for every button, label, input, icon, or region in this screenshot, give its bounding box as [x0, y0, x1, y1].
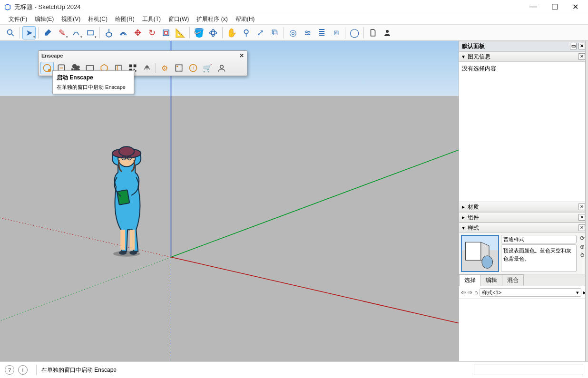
- svg-rect-4: [165, 31, 167, 34]
- svg-point-7: [386, 30, 389, 33]
- style-thumbnail[interactable]: [461, 235, 499, 272]
- menu-view[interactable]: 视图(V): [58, 14, 84, 24]
- measurement-field[interactable]: [474, 365, 583, 375]
- svg-rect-9: [0, 96, 459, 361]
- layers-tool[interactable]: ≋: [301, 26, 314, 39]
- tab-mix[interactable]: 混合: [502, 274, 524, 286]
- menu-window[interactable]: 窗口(W): [165, 14, 193, 24]
- style-selector[interactable]: 样式<1> ▾: [480, 288, 581, 297]
- svg-point-41: [482, 256, 493, 269]
- viewport-3d[interactable]: Enscape ✕ 🎥 ⚙ i 🛒 启动 Ensca: [0, 41, 459, 361]
- menu-tools[interactable]: 工具(T): [138, 14, 165, 24]
- style-list[interactable]: [459, 299, 588, 361]
- pan-tool[interactable]: ✋: [225, 26, 238, 39]
- main-toolbar: ➤▾ ✎▾ ▾ ▾ ✥ ↻ 📐 🪣 ✋ ⚲ ⤢ ⧉ ◎ ≋ ≣ ⧆ ◯: [0, 25, 588, 41]
- chevron-down-icon: ▾: [462, 224, 468, 231]
- pushpull-tool[interactable]: [102, 26, 116, 39]
- enscape-close-icon[interactable]: ✕: [239, 52, 244, 59]
- tab-edit[interactable]: 编辑: [480, 274, 502, 286]
- menu-file[interactable]: 文件(F): [5, 14, 31, 24]
- svg-point-0: [7, 29, 12, 34]
- enscape-settings-icon[interactable]: ⚙: [158, 62, 171, 74]
- style-refresh-icon[interactable]: ⥁: [580, 252, 584, 259]
- style-update-icon[interactable]: ⟳: [580, 235, 585, 242]
- style-nav-forward-icon[interactable]: ⇨: [468, 289, 472, 296]
- panel-entity-close-icon[interactable]: ✕: [578, 53, 585, 60]
- status-help-icon[interactable]: ?: [5, 365, 14, 375]
- tape-measure-tool[interactable]: 📐: [174, 26, 187, 39]
- panel-style-header[interactable]: ▾ 样式 ✕: [459, 223, 588, 233]
- rotate-tool[interactable]: ↻: [145, 26, 158, 39]
- panel-pin-icon[interactable]: ▭: [570, 43, 577, 49]
- panel-resize-handle[interactable]: [585, 41, 588, 361]
- rectangle-tool[interactable]: ▾: [84, 26, 97, 39]
- menu-extensions[interactable]: 扩展程序 (x): [193, 14, 231, 24]
- enscape-start-button[interactable]: [40, 62, 54, 74]
- title-bar: 无标题 - SketchUp 2024 — ☐ ✕: [0, 0, 588, 14]
- enscape-upload-icon[interactable]: [140, 62, 154, 74]
- style-home-icon[interactable]: ⌂: [474, 289, 478, 296]
- offset-tool[interactable]: [117, 26, 130, 39]
- svg-point-6: [212, 29, 215, 36]
- menu-edit[interactable]: 编辑(E): [31, 14, 58, 24]
- user-icon[interactable]: [381, 26, 394, 39]
- panel-style-close-icon[interactable]: ✕: [578, 224, 585, 231]
- svg-point-35: [176, 66, 178, 67]
- panel-close-icon[interactable]: ✕: [578, 43, 585, 49]
- style-nav-back-icon[interactable]: ⇦: [461, 289, 466, 296]
- panel-material-close-icon[interactable]: ✕: [578, 204, 585, 210]
- close-button[interactable]: ✕: [572, 2, 578, 11]
- tab-select[interactable]: 选择: [459, 274, 481, 286]
- svg-rect-32: [134, 69, 135, 70]
- eraser-tool[interactable]: [41, 26, 54, 39]
- side-panel: 默认面板 ▭ ✕ ▾ 图元信息 ✕ 没有选择内容 ▸ 材质 ✕ ▸ 组件 ✕ ▾…: [459, 41, 588, 361]
- tooltip-body: 在单独的窗口中启动 Enscape: [57, 84, 130, 91]
- section-tool[interactable]: ◎: [286, 26, 300, 39]
- panel-component-close-icon[interactable]: ✕: [578, 214, 585, 221]
- panel-entity-header[interactable]: ▾ 图元信息 ✕: [459, 51, 588, 62]
- style-new-icon[interactable]: ⊕: [580, 243, 585, 250]
- paint-bucket-tool[interactable]: 🪣: [192, 26, 206, 39]
- move-tool[interactable]: ✥: [131, 26, 144, 39]
- svg-rect-30: [134, 65, 137, 68]
- outliner-tool[interactable]: ≣: [315, 26, 328, 39]
- menu-help[interactable]: 帮助(H): [232, 14, 259, 24]
- search-icon[interactable]: [4, 26, 17, 39]
- menu-bar: 文件(F) 编辑(E) 视图(V) 相机(C) 绘图(R) 工具(T) 窗口(W…: [0, 14, 588, 25]
- select-tool[interactable]: ➤▾: [22, 26, 36, 39]
- panel-material-header[interactable]: ▸ 材质 ✕: [459, 202, 588, 212]
- svg-rect-28: [87, 66, 94, 70]
- profile-tool[interactable]: ◯: [348, 26, 361, 39]
- scale-tool[interactable]: [159, 26, 173, 39]
- style-name-field[interactable]: 普通样式: [501, 235, 577, 243]
- panel-component-header[interactable]: ▸ 组件 ✕: [459, 212, 588, 223]
- enscape-about-icon[interactable]: i: [186, 62, 200, 74]
- enscape-toolbar-title: Enscape: [41, 53, 63, 58]
- svg-point-23: [119, 251, 127, 255]
- style-description[interactable]: 预设表面颜色。蓝色天空和灰色背景色。: [501, 244, 577, 272]
- svg-rect-29: [129, 65, 132, 68]
- svg-point-5: [210, 31, 217, 34]
- svg-rect-33: [135, 70, 137, 72]
- panel-main-header[interactable]: 默认面板 ▭ ✕: [459, 41, 588, 51]
- new-document-icon[interactable]: [366, 26, 380, 39]
- arc-tool[interactable]: ▾: [69, 26, 83, 39]
- svg-rect-22: [117, 190, 130, 205]
- svg-point-38: [220, 65, 224, 68]
- maximize-button[interactable]: ☐: [551, 2, 558, 11]
- menu-camera[interactable]: 相机(C): [84, 14, 111, 24]
- zoom-extents-tool[interactable]: ⤢: [254, 26, 267, 39]
- menu-draw[interactable]: 绘图(R): [111, 14, 138, 24]
- enscape-assets-icon[interactable]: 🛒: [201, 62, 214, 74]
- pencil-tool[interactable]: ✎▾: [55, 26, 69, 39]
- zoom-window-tool[interactable]: ⧉: [268, 26, 281, 39]
- zoom-tool[interactable]: ⚲: [239, 26, 253, 39]
- enscape-toolbar-title-bar[interactable]: Enscape ✕: [39, 51, 247, 60]
- enscape-account-icon[interactable]: [215, 62, 228, 74]
- svg-point-19: [119, 146, 134, 156]
- status-info-icon[interactable]: i: [18, 365, 28, 375]
- minimize-button[interactable]: —: [529, 2, 537, 11]
- orbit-tool[interactable]: [206, 26, 220, 39]
- scenes-tool[interactable]: ⧆: [329, 26, 343, 39]
- enscape-manage-views-icon[interactable]: [172, 62, 186, 74]
